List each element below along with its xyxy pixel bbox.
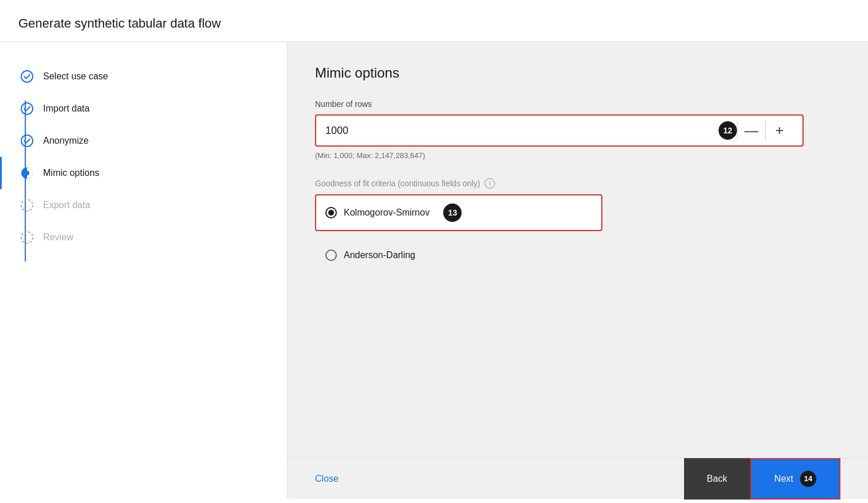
section-title: Mimic options <box>315 65 840 81</box>
radio-circle-kolmogorov <box>325 207 337 218</box>
stepper-controls: — + <box>737 117 793 144</box>
minus-icon: — <box>744 122 758 139</box>
sidebar-item-review: Review <box>0 221 287 254</box>
back-button[interactable]: Back <box>684 458 751 500</box>
decrement-button[interactable]: — <box>738 117 765 144</box>
content-main: Mimic options Number of rows 12 — + (Mi <box>287 42 868 458</box>
main-layout: Select use case Import data Anonymize <box>0 42 868 499</box>
svg-point-0 <box>21 71 33 82</box>
sidebar-label-export-data: Export data <box>43 200 90 210</box>
svg-point-4 <box>25 171 29 175</box>
sidebar-item-import-data[interactable]: Import data <box>0 93 287 125</box>
radio-label-kolmogorov: Kolmogorov-Smirnov <box>344 208 429 218</box>
page-title: Generate synthetic tabular data flow <box>18 16 850 31</box>
goodness-label: Goodness of fit criteria (continuous fie… <box>315 178 840 189</box>
step-icon-review <box>20 231 34 244</box>
next-label: Next <box>774 474 793 484</box>
next-button[interactable]: Next 14 <box>751 459 839 498</box>
rows-hint: (Min: 1,000; Max: 2,147,283,647) <box>315 151 840 160</box>
info-icon-symbol: i <box>489 180 490 187</box>
plus-icon: + <box>775 122 783 139</box>
close-button[interactable]: Close <box>315 474 339 484</box>
sidebar-item-anonymize[interactable]: Anonymize <box>0 125 287 157</box>
rows-input-container: 12 — + <box>315 114 804 147</box>
footer: Close Back Next 14 <box>287 458 868 499</box>
sidebar: Select use case Import data Anonymize <box>0 42 287 499</box>
sidebar-label-anonymize: Anonymize <box>43 136 89 146</box>
next-badge: 14 <box>800 471 816 487</box>
radio-circle-anderson <box>325 249 337 261</box>
svg-point-2 <box>21 135 33 147</box>
goodness-badge: 13 <box>443 203 462 222</box>
step-icon-anonymize <box>20 134 34 148</box>
increment-button[interactable]: + <box>766 117 793 144</box>
radio-dot-kolmogorov <box>328 210 334 216</box>
rows-badge: 12 <box>719 121 737 140</box>
radio-option-kolmogorov[interactable]: Kolmogorov-Smirnov 13 <box>315 194 602 231</box>
next-button-wrapper: Next 14 <box>750 458 840 500</box>
footer-actions: Back Next 14 <box>684 458 840 500</box>
svg-point-6 <box>21 232 33 243</box>
svg-point-1 <box>21 103 33 114</box>
info-icon[interactable]: i <box>485 178 495 189</box>
sidebar-label-mimic-options: Mimic options <box>43 168 99 178</box>
radio-option-anderson[interactable]: Anderson-Darling <box>315 240 602 270</box>
sidebar-item-mimic-options[interactable]: Mimic options <box>0 157 287 189</box>
goodness-label-text: Goodness of fit criteria (continuous fie… <box>315 179 480 188</box>
sidebar-item-select-use-case[interactable]: Select use case <box>0 60 287 93</box>
page-header: Generate synthetic tabular data flow <box>0 0 868 42</box>
content-area: Mimic options Number of rows 12 — + (Mi <box>287 42 868 499</box>
sidebar-label-select-use-case: Select use case <box>43 71 108 82</box>
radio-group: Kolmogorov-Smirnov 13 Anderson-Darling <box>315 194 840 270</box>
step-icon-import-data <box>20 102 34 116</box>
sidebar-label-review: Review <box>43 232 73 243</box>
step-icon-mimic-options <box>20 166 34 180</box>
sidebar-item-export-data: Export data <box>0 189 287 221</box>
step-icon-select-use-case <box>20 70 34 83</box>
rows-input[interactable] <box>325 125 712 137</box>
svg-point-5 <box>21 199 33 211</box>
step-icon-export-data <box>20 198 34 212</box>
rows-field-label: Number of rows <box>315 99 840 109</box>
radio-label-anderson: Anderson-Darling <box>344 250 416 260</box>
sidebar-label-import-data: Import data <box>43 103 90 114</box>
